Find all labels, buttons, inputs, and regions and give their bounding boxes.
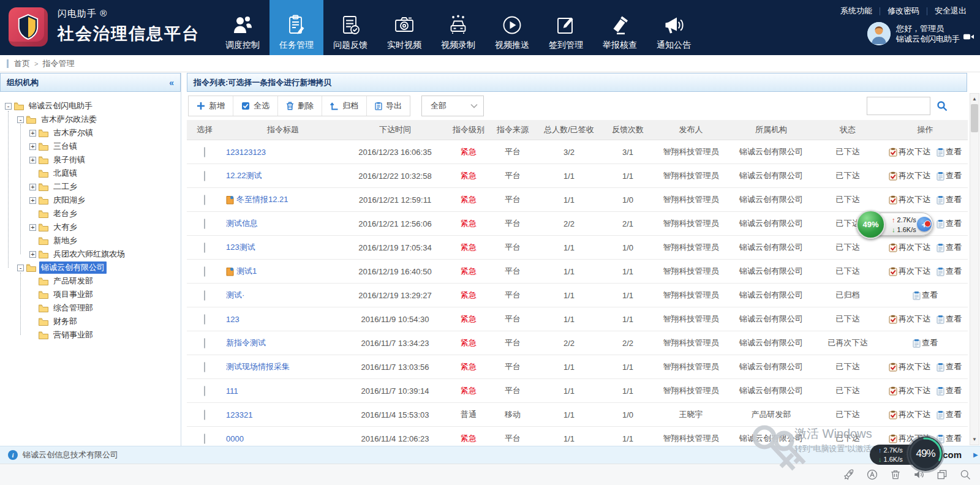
scroll-down-icon[interactable]: ▼: [970, 435, 979, 444]
tree-node-label[interactable]: 综合管理部: [51, 302, 95, 314]
row-checkbox[interactable]: [204, 266, 205, 277]
bottom-progress-circle[interactable]: 49%: [908, 437, 943, 471]
command-title-link[interactable]: 123123123: [226, 148, 266, 157]
command-title-link[interactable]: 新指令测试: [226, 337, 266, 348]
row-checkbox[interactable]: [204, 386, 205, 396]
view-action[interactable]: 查看: [913, 337, 938, 348]
filter-dropdown[interactable]: 全部: [421, 96, 484, 116]
tree-node-label[interactable]: 锦诚云创有限公司: [39, 261, 107, 274]
breadcrumb-home[interactable]: 首页: [14, 58, 30, 69]
command-title-link[interactable]: 111: [226, 386, 238, 396]
top-link-1[interactable]: 修改密码: [880, 6, 927, 17]
expand-node-icon[interactable]: +: [29, 184, 36, 190]
resend-action[interactable]: 再次下达: [889, 385, 930, 396]
tree-node-label[interactable]: 泉子街镇: [51, 154, 87, 166]
tree-node-label[interactable]: 老台乡: [51, 208, 79, 220]
expand-node-icon[interactable]: +: [29, 130, 36, 137]
command-title-link[interactable]: 0000: [226, 434, 244, 443]
command-title-link[interactable]: 测试·: [226, 290, 244, 301]
tree-node-label[interactable]: 二工乡: [51, 181, 79, 193]
expand-node-icon[interactable]: +: [29, 224, 36, 231]
resend-action[interactable]: 再次下达: [889, 194, 930, 205]
add-button[interactable]: 新增: [189, 96, 233, 116]
collapse-node-icon[interactable]: -: [17, 265, 24, 271]
vertical-scrollbar[interactable]: ▲ ▼: [970, 93, 979, 445]
expand-node-icon[interactable]: +: [29, 197, 36, 204]
resend-action[interactable]: 再次下达: [889, 314, 930, 325]
resend-action[interactable]: 再次下达: [889, 409, 930, 420]
view-action[interactable]: 查看: [937, 266, 962, 277]
view-action[interactable]: 查看: [937, 170, 962, 181]
resend-action[interactable]: 再次下达: [889, 242, 930, 253]
row-checkbox[interactable]: [204, 314, 205, 325]
tree-node-label[interactable]: 营销事业部: [51, 329, 95, 341]
collapse-sidebar-icon[interactable]: «: [169, 78, 174, 88]
scrollbar-thumb[interactable]: [971, 104, 978, 132]
tree-node-label[interactable]: 吉木萨尔镇: [51, 127, 95, 139]
nav-item-record[interactable]: 视频录制: [431, 0, 485, 55]
row-checkbox[interactable]: [204, 242, 205, 253]
expand-node-icon[interactable]: +: [29, 143, 36, 150]
tree-node-label[interactable]: 新地乡: [51, 235, 79, 247]
command-title-link[interactable]: 123: [226, 315, 239, 324]
rocket-icon[interactable]: [843, 468, 855, 481]
nav-item-live[interactable]: 实时视频: [377, 0, 431, 55]
collapse-node-icon[interactable]: -: [17, 116, 24, 123]
top-link-2[interactable]: 安全退出: [927, 6, 974, 17]
resend-action[interactable]: 再次下达: [889, 266, 930, 277]
nav-item-push[interactable]: 视频推送: [485, 0, 539, 55]
footer-link-arrow-icon[interactable]: ▶: [973, 451, 978, 458]
view-action[interactable]: 查看: [913, 290, 938, 301]
nav-item-checkin[interactable]: 签到管理: [539, 0, 593, 55]
progress-circle[interactable]: 49%: [856, 210, 885, 239]
taskbar-search-icon[interactable]: [959, 468, 971, 481]
command-title-link[interactable]: 12.22测试: [226, 170, 262, 181]
nav-item-feedback[interactable]: 问题反馈: [323, 0, 377, 55]
command-title-link[interactable]: 测试1: [236, 266, 257, 277]
add-widget-button[interactable]: +: [917, 217, 932, 231]
select-all-button[interactable]: 全选: [233, 96, 278, 116]
aperture-icon[interactable]: [866, 468, 878, 481]
row-checkbox[interactable]: [204, 362, 205, 372]
row-checkbox[interactable]: [204, 410, 205, 420]
row-checkbox[interactable]: [204, 290, 205, 301]
search-input[interactable]: [867, 97, 930, 115]
tree-node-label[interactable]: 吉木萨尔政法委: [39, 113, 99, 126]
top-link-0[interactable]: 系统功能: [833, 6, 880, 17]
nav-item-report[interactable]: 举报核查: [593, 0, 647, 55]
view-action[interactable]: 查看: [937, 146, 962, 157]
view-action[interactable]: 查看: [937, 218, 962, 229]
row-checkbox[interactable]: [204, 338, 205, 348]
net-speed-widget[interactable]: ↑ 2.7K/s ↓ 1.6K/s 49% +: [856, 211, 933, 238]
command-title-link[interactable]: 测试现场情报采集: [226, 361, 290, 372]
view-action[interactable]: 查看: [937, 385, 962, 396]
row-checkbox[interactable]: [204, 434, 205, 444]
command-title-link[interactable]: 冬至情报12.21: [236, 194, 288, 205]
command-title-link[interactable]: 123321: [226, 410, 252, 419]
export-button[interactable]: 导出: [367, 96, 410, 116]
tree-node-label[interactable]: 三台镇: [51, 140, 79, 152]
tree-node-label[interactable]: 兵团农六师红旗农场: [51, 248, 127, 260]
row-checkbox[interactable]: [204, 147, 205, 157]
tree-node-label[interactable]: 北庭镇: [51, 167, 79, 179]
expand-node-icon[interactable]: +: [29, 251, 36, 258]
row-checkbox[interactable]: [204, 171, 205, 181]
scroll-up-icon[interactable]: ▲: [970, 94, 979, 103]
command-title-link[interactable]: 123测试: [226, 242, 255, 253]
view-action[interactable]: 查看: [937, 194, 962, 205]
tree-node-label[interactable]: 财务部: [51, 315, 79, 328]
collapse-node-icon[interactable]: -: [5, 103, 12, 110]
search-icon[interactable]: [934, 97, 950, 115]
resend-action[interactable]: 再次下达: [889, 146, 930, 157]
view-action[interactable]: 查看: [937, 409, 962, 420]
command-title-link[interactable]: 测试信息: [226, 218, 258, 229]
view-action[interactable]: 查看: [937, 242, 962, 253]
tree-node-label[interactable]: 锦诚云创闪电助手: [27, 100, 94, 112]
tree-node-label[interactable]: 项目事业部: [51, 288, 95, 301]
nav-item-dispatch[interactable]: 调度控制: [216, 0, 270, 55]
archive-button[interactable]: 归档: [322, 96, 367, 116]
view-action[interactable]: 查看: [937, 314, 962, 325]
tree-node-label[interactable]: 庆阳湖乡: [51, 194, 87, 206]
tree-node-label[interactable]: 产品研发部: [51, 275, 95, 287]
nav-item-task[interactable]: 任务管理: [270, 0, 323, 55]
